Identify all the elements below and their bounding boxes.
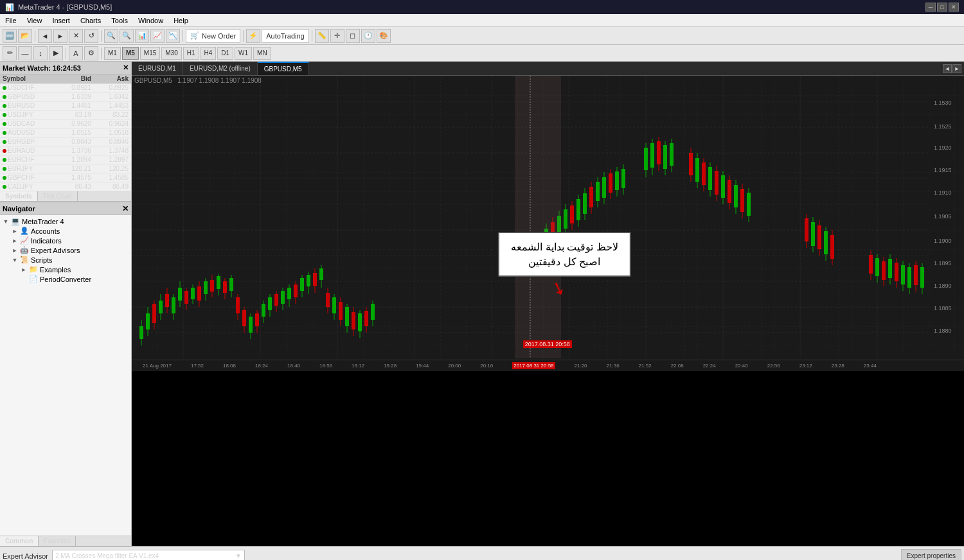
svg-rect-88 (332, 297, 336, 313)
svg-text:1.1885: 1.1885 (934, 305, 952, 311)
navigator-tree: ▼ 💻 MetaTrader 4 ► 👤 Accounts ► 📈 Indica… (0, 215, 131, 536)
menu-insert[interactable]: Insert (47, 14, 75, 26)
tb-draw-btn[interactable]: ✏ (3, 46, 17, 60)
period-btn-d1[interactable]: D1 (217, 47, 233, 60)
period-btn-h1[interactable]: H1 (183, 47, 199, 60)
nav-tree-item[interactable]: 📄 PeriodConverter (0, 274, 131, 284)
new-order-button[interactable]: 🛒 New Order (186, 29, 240, 43)
navigator-tabs: Common Favorites (0, 536, 131, 546)
tb-zoomin-btn[interactable]: 🔍 (104, 29, 118, 43)
chart-tab[interactable]: EURUSD,M2 (offline) (183, 62, 258, 75)
tb-back-btn[interactable]: ◄ (38, 29, 52, 43)
menu-help[interactable]: Help (168, 14, 193, 26)
app-icon: 📊 (5, 3, 14, 12)
svg-text:1.1920: 1.1920 (934, 144, 952, 151)
menu-view[interactable]: View (22, 14, 48, 26)
market-watch-close-icon[interactable]: ✕ (123, 64, 129, 72)
market-watch-row[interactable]: AUDUSD 1.0515 1.0518 (0, 128, 131, 137)
chart-tab[interactable]: GBPUSD,M5 (258, 62, 309, 75)
time-label-0: 21 Aug 2017 (143, 363, 172, 369)
period-btn-m5[interactable]: M5 (122, 47, 139, 60)
market-watch-row[interactable]: GBPUSD 1.6339 1.6342 (0, 92, 131, 101)
chart-tab[interactable]: EURUSD,M1 (132, 62, 183, 75)
tb-stop-btn[interactable]: ✕ (69, 29, 83, 43)
market-watch-row[interactable]: EURAUD 1.3736 1.3748 (0, 146, 131, 155)
tb-line-btn[interactable]: 📏 (315, 29, 329, 43)
chart-main[interactable]: GBPUSD,M5 1.1907 1.1908 1.1907 1.1908 (132, 76, 964, 360)
menu-window[interactable]: Window (133, 14, 168, 26)
nav-tree-item[interactable]: ▼ 💻 MetaTrader 4 (0, 216, 131, 226)
ea-dropdown[interactable]: 2 MA Crosses Mega filter EA V1.ex4 ▼ (52, 550, 245, 561)
nav-tree-item[interactable]: ► 📈 Indicators (0, 236, 131, 245)
period-btn-w1[interactable]: W1 (235, 47, 252, 60)
chart-scroll-right[interactable]: ► (952, 64, 961, 73)
period-btn-h4[interactable]: H4 (201, 47, 217, 60)
nav-tab-common[interactable]: Common (0, 536, 39, 546)
period-btn-m15[interactable]: M15 (140, 47, 160, 60)
market-watch-row[interactable]: USDCHF 0.8921 0.8925 (0, 83, 131, 92)
nav-tree-item[interactable]: ► 📁 Examples (0, 265, 131, 274)
market-watch-row[interactable]: EURCHF 1.2894 1.2897 (0, 155, 131, 164)
tb-chart-btn[interactable]: 📊 (135, 29, 149, 43)
svg-rect-174 (875, 258, 879, 276)
menu-charts[interactable]: Charts (75, 14, 106, 26)
chart-scroll-left[interactable]: ◄ (943, 64, 952, 73)
tb-new-btn[interactable]: 🆕 (3, 29, 17, 43)
tb-prop-btn[interactable]: ⚙ (84, 46, 98, 60)
mw-tab-symbols[interactable]: Symbols (0, 191, 38, 201)
tb-refresh-btn[interactable]: ↺ (84, 29, 98, 43)
new-order-label: New Order (202, 32, 236, 40)
menu-tools[interactable]: Tools (106, 14, 133, 26)
tb-sel-btn[interactable]: ▶ (49, 46, 63, 60)
tb-forward-btn[interactable]: ► (53, 29, 67, 43)
maximize-button[interactable]: □ (937, 3, 947, 12)
tb-zoomout-btn[interactable]: 🔍 (120, 29, 134, 43)
market-watch-row[interactable]: USDCAD 0.9620 0.9624 (0, 119, 131, 128)
close-button[interactable]: ✕ (949, 3, 959, 12)
tb-chart2-btn[interactable]: 📈 (150, 29, 165, 43)
svg-rect-32 (152, 304, 156, 323)
tb-sep-3 (183, 30, 183, 42)
market-watch-row[interactable]: CADJPY 86.43 86.49 (0, 182, 131, 191)
tb-text-btn[interactable]: A (69, 46, 83, 60)
expert-properties-button[interactable]: Expert properties (901, 549, 961, 561)
market-watch-row[interactable]: EURJPY 120.21 120.25 (0, 164, 131, 173)
tb-color-btn[interactable]: 🎨 (377, 29, 391, 43)
svg-rect-86 (326, 293, 330, 307)
svg-text:1.1905: 1.1905 (934, 213, 952, 220)
period-btn-mn[interactable]: MN (253, 47, 271, 60)
tree-item-label: Indicators (31, 237, 62, 245)
svg-rect-34 (159, 301, 163, 313)
market-watch-row[interactable]: GBPCHF 1.4575 1.4585 (0, 173, 131, 182)
svg-rect-136 (657, 141, 661, 164)
menu-file[interactable]: File (0, 14, 22, 26)
navigator-close-icon[interactable]: ✕ (122, 204, 129, 213)
tb-crosshair-btn[interactable]: ✛ (330, 29, 344, 43)
mw-dot-icon (3, 113, 6, 117)
mw-tab-tick-chart[interactable]: Tick Chart (38, 191, 78, 201)
nav-tree-item[interactable]: ► 👤 Accounts (0, 226, 131, 236)
tb-arr-btn[interactable]: ↕ (33, 46, 48, 60)
tb-chart3-btn[interactable]: 📉 (166, 29, 180, 43)
period-btn-m30[interactable]: M30 (161, 47, 181, 60)
nav-tree-item[interactable]: ▼ 📜 Scripts (0, 255, 131, 265)
svg-rect-94 (352, 312, 355, 329)
minimize-button[interactable]: ─ (925, 3, 936, 12)
period-btn-m1[interactable]: M1 (104, 47, 121, 60)
svg-rect-146 (702, 162, 706, 185)
tree-item-icon: 👤 (20, 227, 29, 235)
market-watch-row[interactable]: USDJPY 83.19 83.22 (0, 110, 131, 119)
auto-trading-button[interactable]: AutoTrading (262, 29, 309, 43)
market-watch-row[interactable]: EURGBP 0.8843 0.8846 (0, 137, 131, 146)
tb-line-btn2[interactable]: — (18, 46, 32, 60)
nav-tab-favorites[interactable]: Favorites (39, 536, 76, 546)
time-label-19: 23:12 (799, 363, 812, 369)
tb-open-btn[interactable]: 📂 (18, 29, 32, 43)
tb-period-btn[interactable]: 🕐 (361, 29, 375, 43)
tb-obj-btn[interactable]: ◻ (346, 29, 360, 43)
mw-symbol: EURJPY (0, 164, 57, 173)
market-watch-row[interactable]: EURUSD 1.4451 1.4453 (0, 101, 131, 110)
nav-tree-item[interactable]: ► 🤖 Expert Advisors (0, 245, 131, 255)
svg-rect-40 (178, 288, 182, 301)
tree-item-label: PeriodConverter (40, 276, 91, 283)
